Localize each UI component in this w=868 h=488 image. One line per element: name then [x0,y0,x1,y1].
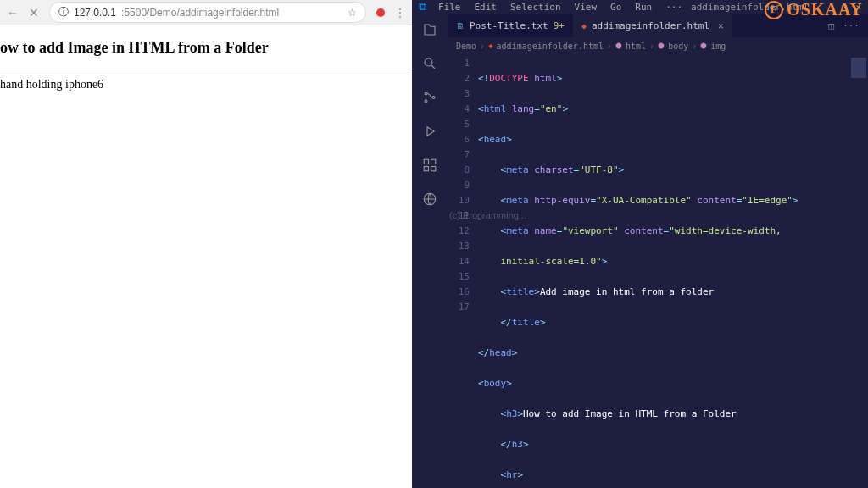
browser-pane: ← ✕ ⓘ 127.0.0.1:5500/Demo/addimageinfold… [0,0,412,488]
menu-run[interactable]: Run [630,2,657,13]
debug-icon[interactable] [420,122,439,141]
close-icon[interactable]: ✕ [29,6,39,19]
editor-area: 🗎 Post-Title.txt 9+ ◆ addimageinfolder.h… [448,14,868,488]
menu-icon[interactable]: ⋮ [395,7,405,19]
svg-point-0 [425,58,432,66]
activity-bar [412,14,448,488]
close-tab-icon[interactable]: ✕ [718,20,724,31]
explorer-icon[interactable] [420,20,439,39]
more-actions-icon[interactable]: ··· [843,20,860,31]
vscode-icon: ⧉ [419,0,426,14]
text-file-icon: 🗎 [456,21,465,30]
svg-point-3 [432,97,435,99]
code-editor[interactable]: 1234567891011121314151617 <!DOCTYPE html… [448,54,868,488]
search-icon[interactable] [420,54,439,73]
svg-rect-6 [424,167,428,171]
vscode-window: F OSKAAY ⧉ File Edit Selection View Go R… [412,0,868,488]
url-bar[interactable]: ⓘ 127.0.0.1:5500/Demo/addimageinfolder.h… [49,2,366,23]
watermark-logo: F OSKAAY [765,0,863,19]
menu-edit[interactable]: Edit [470,2,503,13]
page-heading: ow to add Image in HTML from a Folder [0,39,412,57]
bc-file[interactable]: addimageinfolder.html [497,42,604,51]
bc-html[interactable]: html [626,42,646,51]
menu-selection[interactable]: Selection [505,2,566,13]
menu-view[interactable]: View [570,2,603,13]
image-alt-text: hand holding iphone6 [0,78,412,92]
svg-point-2 [425,100,427,103]
divider [0,69,412,69]
tab-badge: 9+ [554,20,565,31]
breadcrumb[interactable]: Demo› ◆ addimageinfolder.html› ⬢ html› ⬢… [448,37,868,54]
tag-icon: ⬢ [658,42,665,50]
menu-file[interactable]: File [433,2,466,13]
tab-addimage[interactable]: ◆ addimageinfolder.html ✕ [573,14,732,37]
line-gutter: 1234567891011121314151617 [448,54,478,488]
menu-more[interactable]: ··· [660,2,687,13]
bc-img[interactable]: img [710,42,726,51]
remote-icon[interactable] [420,190,439,208]
stop-icon[interactable] [376,8,385,17]
minimap[interactable] [849,54,868,488]
code-content[interactable]: <!DOCTYPE html> <html lang="en"> <head> … [478,54,849,488]
logo-text: OSKAAY [787,0,863,19]
tab-label: addimageinfolder.html [592,20,709,31]
extensions-icon[interactable] [420,156,439,175]
main-area: 🗎 Post-Title.txt 9+ ◆ addimageinfolder.h… [412,14,868,488]
svg-rect-4 [424,159,428,164]
logo-icon: F [765,1,783,19]
tab-post-title[interactable]: 🗎 Post-Title.txt 9+ [448,14,573,37]
bc-body[interactable]: body [668,42,688,51]
tag-icon: ⬢ [615,42,622,50]
url-path: :5500/Demo/addimageinfolder.html [121,7,279,19]
split-editor-icon[interactable]: ◫ [829,20,835,31]
back-button[interactable]: ← [7,6,19,19]
browser-viewport: ow to add Image in HTML from a Folder ha… [0,25,412,92]
svg-rect-7 [431,167,436,171]
source-control-icon[interactable] [420,88,439,107]
html-file-icon: ◆ [581,21,587,30]
svg-point-1 [425,92,427,95]
tab-label: Post-Title.txt [470,20,548,31]
tag-icon: ⬢ [700,42,707,50]
url-host: 127.0.0.1 [74,7,116,19]
star-icon[interactable]: ☆ [348,7,357,19]
bc-folder[interactable]: Demo [456,42,476,51]
html-file-icon: ◆ [488,42,492,50]
svg-rect-5 [431,159,436,164]
info-icon: ⓘ [58,5,69,19]
copyright-watermark: (c) Programming... [449,210,526,220]
browser-toolbar: ← ✕ ⓘ 127.0.0.1:5500/Demo/addimageinfold… [0,0,412,25]
menu-go[interactable]: Go [605,2,626,13]
